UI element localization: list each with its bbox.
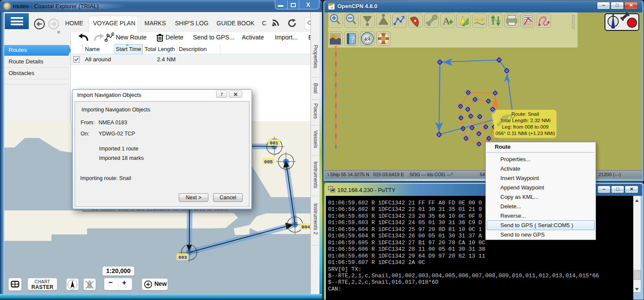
- svg-text:001: 001: [270, 141, 278, 146]
- svg-text:005: 005: [264, 159, 273, 165]
- svg-text:o: o: [331, 5, 333, 9]
- svg-text:004: 004: [301, 225, 310, 230]
- svg-text:003: 003: [178, 255, 187, 260]
- svg-text:A: A: [442, 15, 450, 27]
- svg-text:4.4: 4.4: [364, 36, 370, 42]
- svg-text:?: ?: [351, 35, 354, 44]
